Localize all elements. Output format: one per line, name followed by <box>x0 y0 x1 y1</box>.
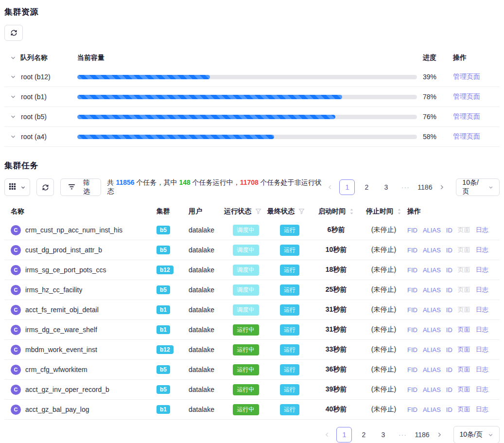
op-id-link[interactable]: ID <box>446 366 452 373</box>
resources-refresh-button[interactable] <box>4 25 23 41</box>
op-page-link[interactable]: 页面 <box>458 305 470 314</box>
final-status-badge: 运行 <box>280 324 299 336</box>
op-id-link[interactable]: ID <box>446 227 452 234</box>
op-fid-link[interactable]: FID <box>407 247 417 254</box>
manage-page-link[interactable]: 管理页面 <box>453 92 480 100</box>
op-alias-link[interactable]: ALIAS <box>423 386 441 393</box>
op-fid-link[interactable]: FID <box>407 227 417 234</box>
next-page-icon[interactable] <box>434 432 445 438</box>
page-size-select[interactable]: 10条/页 <box>456 178 500 196</box>
manage-page-link[interactable]: 管理页面 <box>453 72 480 80</box>
filter-button[interactable]: 筛选 <box>60 178 101 196</box>
run-status-badge: 调度中 <box>233 225 259 236</box>
page-size-select[interactable]: 10条/页 <box>453 426 500 443</box>
progress-percent: 76% <box>422 113 453 121</box>
op-page-link[interactable]: 页面 <box>458 285 470 294</box>
expand-row-chevron-icon[interactable] <box>10 134 16 140</box>
page-ellipsis[interactable]: ··· <box>395 427 410 443</box>
op-alias-link[interactable]: ALIAS <box>423 286 441 294</box>
op-alias-link[interactable]: ALIAS <box>423 406 441 413</box>
op-log-link[interactable]: 日志 <box>476 285 488 294</box>
run-status-badge: 运行中 <box>233 344 259 355</box>
manage-page-link[interactable]: 管理页面 <box>453 112 480 120</box>
op-log-link[interactable]: 日志 <box>476 385 488 394</box>
page-3[interactable]: 3 <box>378 179 394 195</box>
op-id-link[interactable]: ID <box>446 406 452 413</box>
op-page-link[interactable]: 页面 <box>458 385 470 394</box>
run-status-badge: 运行中 <box>233 364 259 375</box>
tasks-refresh-button[interactable] <box>36 178 54 196</box>
op-alias-link[interactable]: ALIAS <box>423 366 441 373</box>
progress-percent: 58% <box>422 133 453 141</box>
op-alias-link[interactable]: ALIAS <box>423 266 441 274</box>
op-log-link[interactable]: 日志 <box>476 305 488 314</box>
op-id-link[interactable]: ID <box>446 266 452 274</box>
op-fid-link[interactable]: FID <box>407 346 417 354</box>
grid-view-dropdown-button[interactable] <box>4 178 30 196</box>
op-log-link[interactable]: 日志 <box>476 266 488 274</box>
op-alias-link[interactable]: ALIAS <box>423 247 441 254</box>
op-log-link[interactable]: 日志 <box>476 405 488 414</box>
run-status-badge: 调度中 <box>233 284 259 296</box>
avatar: C <box>11 365 21 375</box>
start-time-sort-icon[interactable] <box>349 208 354 215</box>
op-alias-link[interactable]: ALIAS <box>423 227 441 234</box>
stop-time: (未停止) <box>360 405 407 414</box>
user-cell: datalake <box>189 326 224 334</box>
stop-time-sort-icon[interactable] <box>397 208 401 215</box>
op-page-link[interactable]: 页面 <box>458 246 470 254</box>
tasks-table-header: 名称 集群 用户 运行状态 最终状态 启动时间 <box>4 202 500 220</box>
capacity-bar-fill <box>77 115 335 119</box>
page-2[interactable]: 2 <box>359 179 374 195</box>
expand-row-chevron-icon[interactable] <box>10 94 16 100</box>
page-last[interactable]: 1186 <box>417 179 433 195</box>
grid-icon <box>9 183 16 192</box>
op-fid-link[interactable]: FID <box>407 306 417 314</box>
op-log-link[interactable]: 日志 <box>476 325 488 334</box>
op-log-link[interactable]: 日志 <box>476 246 488 254</box>
op-page-link[interactable]: 页面 <box>458 365 470 374</box>
op-id-link[interactable]: ID <box>446 247 452 254</box>
op-alias-link[interactable]: ALIAS <box>423 346 441 354</box>
expand-row-chevron-icon[interactable] <box>10 74 16 80</box>
op-page-link[interactable]: 页面 <box>458 405 470 414</box>
page-1[interactable]: 1 <box>336 427 352 443</box>
op-alias-link[interactable]: ALIAS <box>423 306 441 314</box>
op-fid-link[interactable]: FID <box>407 386 417 393</box>
op-page-link[interactable]: 页面 <box>458 266 470 274</box>
op-id-link[interactable]: ID <box>446 386 452 393</box>
page-3[interactable]: 3 <box>375 427 391 443</box>
op-id-link[interactable]: ID <box>446 306 452 314</box>
expand-row-chevron-icon[interactable] <box>10 114 16 120</box>
col-final-status: 最终状态 <box>267 207 295 216</box>
op-fid-link[interactable]: FID <box>407 286 417 294</box>
op-log-link[interactable]: 日志 <box>476 365 488 374</box>
op-log-link[interactable]: 日志 <box>476 226 488 234</box>
op-fid-link[interactable]: FID <box>407 326 417 334</box>
pagination-top: 1 2 3 ··· 1186 10条/页 <box>325 178 500 196</box>
collapse-all-chevron-icon[interactable] <box>10 55 16 61</box>
op-page-link[interactable]: 页面 <box>458 226 470 234</box>
page-2[interactable]: 2 <box>356 427 371 443</box>
col-stop-time: 停止时间 <box>366 207 393 216</box>
prev-page-icon[interactable] <box>325 184 335 190</box>
page-last[interactable]: 1186 <box>414 427 430 443</box>
op-fid-link[interactable]: FID <box>407 266 417 274</box>
op-page-link[interactable]: 页面 <box>458 325 470 334</box>
manage-page-link[interactable]: 管理页面 <box>453 132 480 140</box>
op-alias-link[interactable]: ALIAS <box>423 326 441 334</box>
op-id-link[interactable]: ID <box>446 286 452 294</box>
start-time: 39秒前 <box>312 385 360 394</box>
page-ellipsis[interactable]: ··· <box>398 179 413 195</box>
op-log-link[interactable]: 日志 <box>476 345 488 354</box>
run-status-filter-funnel-icon[interactable] <box>255 208 261 214</box>
op-fid-link[interactable]: FID <box>407 366 417 373</box>
op-page-link[interactable]: 页面 <box>458 345 470 354</box>
op-fid-link[interactable]: FID <box>407 406 417 413</box>
op-id-link[interactable]: ID <box>446 326 452 334</box>
op-id-link[interactable]: ID <box>446 346 452 354</box>
page-1[interactable]: 1 <box>339 179 355 195</box>
final-status-filter-funnel-icon[interactable] <box>298 208 305 214</box>
next-page-icon[interactable] <box>436 184 447 190</box>
prev-page-icon[interactable] <box>322 432 332 438</box>
